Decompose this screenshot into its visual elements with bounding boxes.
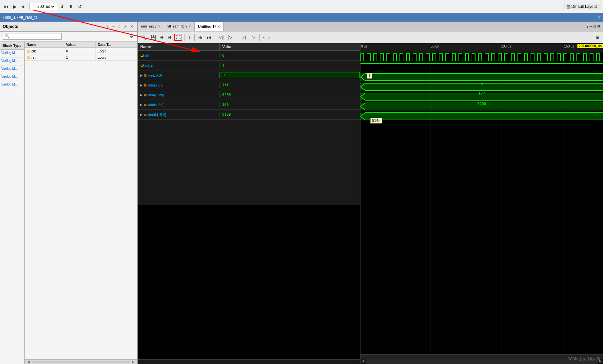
wv-next-rising-btn[interactable]: ↑▷ xyxy=(248,34,257,41)
sig-icon-clk: 🔱 xyxy=(140,54,144,57)
search-input[interactable] xyxy=(11,34,54,39)
tab-vtf-close[interactable]: ✕ xyxy=(188,25,191,28)
scroll-area[interactable] xyxy=(366,359,598,364)
wv-go-end-btn[interactable]: ⏭ xyxy=(205,34,213,41)
top-toolbar: ⏮ ▶ ⏭ 200 us ns ps ⬇ ⏸ ↺ ▤ Default Layou… xyxy=(0,0,603,13)
panel-close-icon[interactable]: ✕ xyxy=(129,24,134,29)
signal-name-doutb[interactable]: ▶ ▦ doutb[15:0] xyxy=(138,112,220,117)
tab-settings-icon[interactable]: ⚙ xyxy=(597,24,600,29)
sig-icon-addra: ▦ xyxy=(144,84,147,87)
panel-help-icon[interactable]: ? xyxy=(106,24,110,29)
go-start-btn[interactable]: ⏮ xyxy=(3,3,10,10)
tab-right-controls: ? ─ □ ⚙ xyxy=(586,24,603,29)
signal-value-dina: 0200 xyxy=(220,92,360,98)
layout-icon: ▤ xyxy=(567,4,570,9)
signal-value-wea[interactable]: 0 xyxy=(220,72,360,78)
tab-restore-icon[interactable]: □ xyxy=(593,24,596,29)
sig-icon-doutb: ▦ xyxy=(144,113,147,116)
signal-panel-empty xyxy=(138,205,360,359)
signal-icon-clk: 🔱 xyxy=(27,49,30,53)
time-cursor-label: 200.000000_us xyxy=(577,44,603,48)
waveform-main: Name Value 🔱 clk 0 🔱 rst_n xyxy=(138,43,603,364)
step-btn[interactable]: ⏭ xyxy=(20,3,27,10)
panel-min-icon[interactable]: ─ xyxy=(111,24,116,29)
sim-title: - sim_1 - vtf_ram_tb xyxy=(3,15,38,20)
watermark: CSDN @发月轮尖流 xyxy=(568,356,600,361)
tab-untitled1[interactable]: Untitled 1* ✕ xyxy=(195,22,223,31)
wv-zoom-out-btn[interactable]: ⊖ xyxy=(166,34,173,41)
tab-ram-init-close[interactable]: ✕ xyxy=(158,25,161,28)
block-type-header: Block Type xyxy=(0,42,24,50)
block-type-cell-0: Verilog M... xyxy=(0,50,24,58)
time-label-50us: 50 us xyxy=(431,45,439,48)
signal-row-addrb: ▶ ▦ addrb[8:0] 109 xyxy=(138,100,360,110)
wv-prev-rising-btn[interactable]: ↑◁ xyxy=(239,34,247,41)
main-content: Objects ? ─ □ ↗ ✕ 🔍 ⚙ Block Type Verilog… xyxy=(0,22,603,364)
sig-icon-addrb: ▦ xyxy=(144,103,147,106)
tab-help-icon[interactable]: ? xyxy=(586,24,588,29)
wv-prev-edge-btn[interactable]: ◁| xyxy=(218,34,225,41)
wv-next-edge-btn[interactable]: |▷ xyxy=(226,34,234,41)
table-row: 🔱rst_n 1 Logic xyxy=(25,54,137,61)
sig-icon-rstn: 🔱 xyxy=(140,64,144,67)
pause-btn[interactable]: ⏸ xyxy=(68,3,75,10)
signal-name-rstn: 🔱 rst_n xyxy=(138,63,220,68)
tab-ram-init[interactable]: ram_init.v ✕ xyxy=(138,22,164,31)
row-name-clk: 🔱clk xyxy=(25,48,64,54)
signal-name-addra[interactable]: ▶ ▦ addra[8:0] xyxy=(138,83,220,88)
objects-right: Name Value Data T... 🔱clk 0 xyxy=(25,42,137,364)
wv-cursor-btn[interactable]: ↕ xyxy=(187,34,192,41)
tab-untitled1-close[interactable]: ✕ xyxy=(217,25,220,29)
wv-save-btn[interactable]: 💾 xyxy=(149,34,157,41)
row-type-rstn: Logic xyxy=(95,54,137,61)
default-layout-btn[interactable]: ▤ Default Layout xyxy=(563,3,600,10)
wv-fit-btn[interactable]: ⛶ xyxy=(174,34,182,41)
objects-settings-icon[interactable]: ⚙ xyxy=(129,34,134,39)
bottom-scrollbar[interactable]: ◀ ▶ xyxy=(25,359,137,364)
scroll-left-arrow[interactable]: ◀ xyxy=(360,359,366,364)
expand-arrow-wea: ▶ xyxy=(140,74,143,77)
time-value-input[interactable]: 200 xyxy=(31,4,44,9)
time-unit-select[interactable]: us ns ps xyxy=(45,4,55,9)
panel-max-icon[interactable]: ↗ xyxy=(123,24,128,29)
wv-settings-btn[interactable]: ⚙ xyxy=(594,34,601,41)
signal-row-clk: 🔱 clk 0 xyxy=(138,51,360,61)
signal-name-addrb[interactable]: ▶ ▦ addrb[8:0] xyxy=(138,102,220,107)
play-btn[interactable]: ▶ xyxy=(12,3,18,10)
waveform-waves[interactable]: 014e 0 1ff 0200 1 xyxy=(360,52,603,354)
reset-btn[interactable]: ↺ xyxy=(77,3,83,10)
col-name: Name xyxy=(25,42,64,48)
bus-value-addra: 1ff xyxy=(478,92,485,96)
panel-icons: ? ─ □ ↗ ✕ xyxy=(106,24,134,29)
row-value-clk: 0 xyxy=(64,48,95,54)
wv-sep3 xyxy=(215,34,215,41)
expand-arrow-addra: ▶ xyxy=(140,84,143,87)
wv-sep2 xyxy=(194,34,195,41)
signal-name-wea[interactable]: ▶ ▦ wea[0:0] xyxy=(138,73,220,78)
waveform-toolbar: 🔍 💾 ⊕ ⊖ ⛶ ↕ ⏮ ⏭ ◁| |▷ ↑◁ ↑▷ ⟺ ⚙ xyxy=(138,31,603,43)
signal-value-clk: 0 xyxy=(220,53,360,58)
apply-time-btn[interactable]: ⬇ xyxy=(59,3,66,10)
signal-name-dina[interactable]: ▶ ▦ dina[15:0] xyxy=(138,92,220,98)
signal-name-clk: 🔱 clk xyxy=(138,53,220,58)
wv-sep5 xyxy=(259,34,260,41)
bottom-scroll[interactable]: ◀ ▶ xyxy=(360,359,603,364)
expand-arrow-addrb: ▶ xyxy=(140,103,143,106)
signal-col-name-header: Name xyxy=(138,43,220,50)
title-bar: - sim_1 - vtf_ram_tb ? xyxy=(0,13,603,22)
signal-row-doutb: ▶ ▦ doutb[15:0] 0109 xyxy=(138,110,360,120)
tab-ram-init-label: ram_init.v xyxy=(141,24,157,28)
time-label-150us: 150 us xyxy=(564,45,574,48)
row-name-rstn: 🔱rst_n xyxy=(25,54,64,61)
wv-go-start-btn[interactable]: ⏮ xyxy=(197,34,204,41)
cursor-value-bubble: 1 xyxy=(367,73,372,79)
tab-vtf[interactable]: vtf_ram_tb.v ✕ xyxy=(164,22,195,31)
panel-restore-icon[interactable]: □ xyxy=(117,24,121,29)
tab-min-icon[interactable]: ─ xyxy=(590,24,593,29)
wv-expand-btn[interactable]: ⟺ xyxy=(262,34,271,41)
signal-row-addra: ▶ ▦ addra[8:0] 1ff xyxy=(138,80,360,90)
wv-zoom-in2-btn[interactable]: ⊕ xyxy=(159,34,165,41)
waveform-display[interactable]: 0 us 50 us 100 us 150 us 200.000000_us 0… xyxy=(360,43,603,364)
col-datatype: Data T... xyxy=(95,42,137,48)
wv-zoom-in-btn[interactable]: 🔍 xyxy=(140,34,148,41)
